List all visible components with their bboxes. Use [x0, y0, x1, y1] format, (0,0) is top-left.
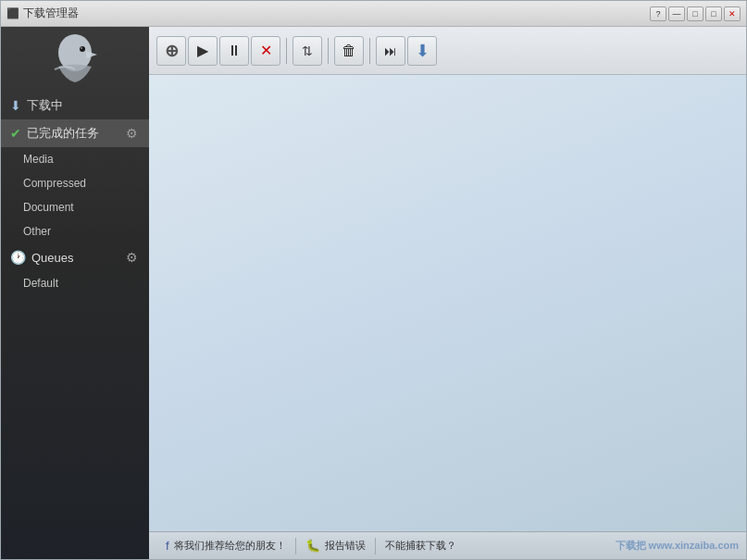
other-label: Other [23, 225, 51, 238]
download-arrow-icon: ⬇ [10, 98, 21, 113]
sidebar-item-default[interactable]: Default [1, 271, 149, 295]
queues-label: Queues [31, 251, 74, 265]
sort-button[interactable]: ⇅ [293, 36, 322, 66]
completed-label: 已完成的任务 [27, 125, 99, 142]
main-layout: ⬇ 下载中 ✔ 已完成的任务 ⚙ Media Compressed Docume… [1, 27, 746, 559]
capture-text: 不能捕获下载？ [385, 539, 456, 553]
minimize-button[interactable]: — [668, 6, 685, 21]
window-title: 下载管理器 [23, 6, 79, 21]
facebook-icon: f [166, 539, 169, 553]
clock-icon: 🕐 [10, 250, 26, 265]
queues-settings-button[interactable]: ⚙ [123, 249, 140, 266]
toolbar-sep-1 [286, 38, 287, 64]
main-window: ⬛ 下载管理器 ? — □ □ ✕ [0, 0, 747, 560]
stop-button[interactable]: ✕ [251, 36, 280, 66]
status-recommend[interactable]: f 将我们推荐给您的朋友！ [156, 539, 295, 553]
help-button[interactable]: ? [650, 6, 666, 21]
bug-icon: 🐛 [305, 539, 320, 553]
sidebar-item-document[interactable]: Document [1, 195, 149, 219]
app-logo [47, 34, 103, 85]
title-bar: ⬛ 下载管理器 ? — □ □ ✕ [1, 1, 746, 27]
add-button[interactable]: ⊕ [156, 36, 186, 66]
svg-point-2 [81, 47, 82, 49]
content-area: ⊕ ▶ ⏸ ✕ ⇅ 🗑 ⏭ ⬇ [149, 27, 746, 559]
toolbar-sep-2 [328, 38, 329, 64]
download-button[interactable]: ⬇ [407, 36, 437, 66]
sidebar: ⬇ 下载中 ✔ 已完成的任务 ⚙ Media Compressed Docume… [1, 27, 149, 559]
close-button[interactable]: ✕ [724, 6, 741, 21]
restore-button[interactable]: □ [687, 6, 703, 21]
report-text: 报告错误 [325, 539, 366, 553]
status-report[interactable]: 🐛 报告错误 [296, 539, 375, 553]
window-icon: ⬛ [6, 7, 19, 19]
sidebar-logo [1, 27, 149, 92]
watermark: 下载把 www.xinzaiba.com [616, 539, 739, 553]
content-main [149, 75, 746, 531]
sidebar-item-downloading[interactable]: ⬇ 下载中 [1, 92, 149, 119]
status-capture[interactable]: 不能捕获下载？ [376, 539, 466, 553]
play-button[interactable]: ▶ [188, 36, 218, 66]
completed-settings-button[interactable]: ⚙ [123, 125, 140, 142]
schedule-button[interactable]: ⏭ [376, 36, 405, 66]
downloading-label: 下载中 [27, 97, 63, 114]
sidebar-item-media[interactable]: Media [1, 147, 149, 171]
document-label: Document [23, 201, 74, 214]
status-bar: f 将我们推荐给您的朋友！ 🐛 报告错误 不能捕获下载？ 下载把 www.xin… [149, 531, 746, 559]
recommend-text: 将我们推荐给您的朋友！ [174, 539, 286, 553]
pause-button[interactable]: ⏸ [219, 36, 249, 66]
title-bar-controls: ? — □ □ ✕ [650, 6, 741, 21]
sidebar-item-other[interactable]: Other [1, 219, 149, 243]
compressed-label: Compressed [23, 177, 86, 190]
sidebar-item-compressed[interactable]: Compressed [1, 171, 149, 195]
toolbar-sep-3 [369, 38, 370, 64]
media-label: Media [23, 153, 54, 166]
sidebar-item-queues[interactable]: 🕐 Queues ⚙ [1, 243, 149, 271]
maximize-button[interactable]: □ [705, 6, 722, 21]
checkmark-icon: ✔ [10, 126, 21, 141]
svg-point-1 [80, 46, 85, 52]
sidebar-item-completed[interactable]: ✔ 已完成的任务 ⚙ [1, 119, 149, 147]
default-label: Default [23, 277, 58, 290]
toolbar: ⊕ ▶ ⏸ ✕ ⇅ 🗑 ⏭ ⬇ [149, 27, 746, 75]
title-bar-left: ⬛ 下载管理器 [6, 6, 79, 21]
delete-button[interactable]: 🗑 [334, 36, 364, 66]
